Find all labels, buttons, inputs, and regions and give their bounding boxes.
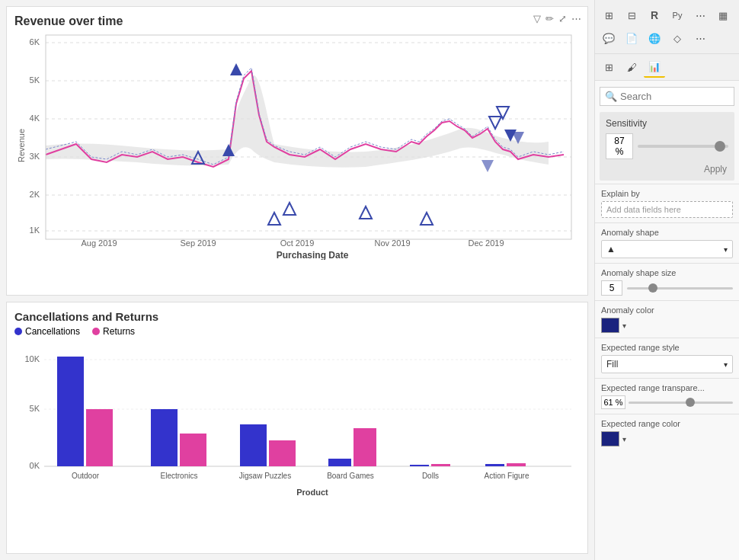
bar-jigsaw-cancellations <box>240 424 267 466</box>
svg-marker-17 <box>283 203 296 215</box>
icon-dia[interactable]: ◇ <box>667 27 688 49</box>
icon-grid[interactable]: ⊞ <box>598 5 619 26</box>
anomaly-shape-label: Anomaly shape <box>601 228 733 237</box>
anomaly-shape-size-row: 5 <box>601 280 733 296</box>
icon-table[interactable]: ⊟ <box>621 5 642 26</box>
search-icon: 🔍 <box>605 91 617 102</box>
sensitivity-value: 87 % <box>606 133 633 159</box>
svg-text:Dolls: Dolls <box>422 472 439 480</box>
icon-more-top[interactable]: ⋯ <box>689 5 711 26</box>
svg-text:Purchasing Date: Purchasing Date <box>277 250 349 260</box>
expected-range-style-section: Expected range style Fill ▾ <box>595 338 739 378</box>
chevron-down-icon2: ▾ <box>724 360 728 369</box>
explain-by-section: Explain by Add data fields here <box>595 184 739 222</box>
svg-text:1K: 1K <box>30 226 40 235</box>
bar-outdoor-cancellations <box>57 357 84 466</box>
apply-button[interactable]: Apply <box>606 164 728 174</box>
svg-text:Board Games: Board Games <box>327 472 374 480</box>
anomaly-color-label: Anomaly color <box>601 306 733 315</box>
bar-electronics-returns <box>180 434 206 466</box>
bar-boardgames-cancellations <box>328 459 351 466</box>
icon-py[interactable]: Py <box>667 5 688 26</box>
expected-range-color-box[interactable] <box>601 431 619 446</box>
anomaly-color-box[interactable] <box>601 318 619 333</box>
svg-text:Product: Product <box>296 488 328 497</box>
anomaly-shape-section: Anomaly shape ▲ ▾ <box>595 222 739 263</box>
bar-dolls-returns <box>431 464 450 466</box>
expected-range-transparency-value: 61 % <box>601 395 625 409</box>
svg-text:5K: 5K <box>30 404 40 413</box>
anomaly-shape-size-thumb <box>648 283 657 293</box>
icon-box[interactable]: ▦ <box>712 5 734 26</box>
bar-boardgames-returns <box>354 428 376 466</box>
anomaly-color-chevron[interactable]: ▾ <box>622 322 626 330</box>
explain-by-field[interactable]: Add data fields here <box>601 201 733 218</box>
svg-text:10K: 10K <box>24 354 40 363</box>
svg-text:5K: 5K <box>30 75 40 85</box>
search-box[interactable]: 🔍 <box>600 87 734 106</box>
search-input[interactable] <box>620 91 729 102</box>
anomaly-shape-value: ▲ <box>606 244 616 254</box>
filter-icon[interactable]: ▽ <box>533 13 541 24</box>
expected-range-transparency-slider[interactable] <box>629 402 733 404</box>
expected-range-transparency-label: Expected range transpare... <box>601 383 733 392</box>
line-chart-svg-area: 6K 5K 4K 3K 2K 1K Revenue <box>14 31 580 267</box>
icon-doc[interactable]: 📄 <box>621 27 642 49</box>
sensitivity-panel: Sensitivity 87 % Apply <box>600 112 734 181</box>
line-chart-container: Revenue over time ▽ ✏ ⤢ ⋯ 6K 5K 4K 3K 2K… <box>6 6 588 296</box>
icon-cal[interactable]: ⊞ <box>598 56 619 78</box>
sensitivity-slider[interactable] <box>638 145 728 148</box>
svg-text:Action Figure: Action Figure <box>485 472 529 480</box>
edit-icon[interactable]: ✏ <box>545 13 554 24</box>
svg-text:Sep 2019: Sep 2019 <box>180 238 216 248</box>
icon-more-top2[interactable]: ⋯ <box>689 27 711 49</box>
bar-electronics-cancellations <box>151 409 178 466</box>
bar-actionfigure-cancellations <box>485 464 504 466</box>
expand-icon[interactable]: ⤢ <box>558 13 567 24</box>
icon-r[interactable]: R <box>644 5 665 26</box>
anomaly-shape-dropdown[interactable]: ▲ ▾ <box>601 240 733 258</box>
expected-range-style-dropdown[interactable]: Fill ▾ <box>601 355 733 373</box>
expected-range-transparency-section: Expected range transpare... 61 % <box>595 378 739 414</box>
icon-brush[interactable]: 🖌 <box>621 56 642 78</box>
expected-range-transparency-thumb <box>686 398 695 407</box>
explain-by-label: Explain by <box>601 189 733 198</box>
svg-text:Aug 2019: Aug 2019 <box>81 238 117 248</box>
expected-range-transparency-row: 61 % <box>601 395 733 409</box>
svg-text:3K: 3K <box>30 152 40 161</box>
legend-label-returns: Returns <box>103 326 135 337</box>
sensitivity-slider-thumb <box>715 141 725 152</box>
svg-text:6K: 6K <box>30 37 40 46</box>
svg-text:Dec 2019: Dec 2019 <box>468 238 504 248</box>
bar-chart-legend: Cancellations Returns <box>14 326 580 337</box>
expected-range-color-section: Expected range color ▾ <box>595 414 739 451</box>
svg-text:Jigsaw Puzzles: Jigsaw Puzzles <box>239 472 291 480</box>
svg-text:Outdoor: Outdoor <box>72 472 100 480</box>
svg-marker-19 <box>421 213 433 225</box>
svg-text:Electronics: Electronics <box>161 472 198 480</box>
svg-marker-24 <box>481 160 494 172</box>
icon-analytics[interactable]: 📊 <box>644 56 665 78</box>
legend-returns: Returns <box>92 326 135 337</box>
legend-cancellations: Cancellations <box>14 326 80 337</box>
icon-chat[interactable]: 💬 <box>598 27 619 49</box>
legend-dot-returns <box>92 328 100 335</box>
more-icon[interactable]: ⋯ <box>571 13 581 24</box>
icon-map[interactable]: 🌐 <box>644 27 665 49</box>
svg-marker-13 <box>230 63 242 75</box>
anomaly-color-row: ▾ <box>601 318 733 333</box>
svg-marker-18 <box>360 206 372 219</box>
svg-text:2K: 2K <box>30 190 40 199</box>
expected-range-color-chevron[interactable]: ▾ <box>622 435 626 443</box>
expected-range-style-label: Expected range style <box>601 343 733 352</box>
bar-chart-svg-area: 10K 5K 0K <box>14 343 580 514</box>
anomaly-shape-size-value[interactable]: 5 <box>601 280 622 296</box>
svg-text:0K: 0K <box>30 461 40 470</box>
line-chart-title: Revenue over time <box>14 14 580 28</box>
expected-range-style-value: Fill <box>606 359 618 370</box>
anomaly-shape-size-slider[interactable] <box>627 287 733 290</box>
svg-text:Oct 2019: Oct 2019 <box>280 238 315 248</box>
expected-range-color-row: ▾ <box>601 431 733 446</box>
sensitivity-row: 87 % <box>606 133 728 159</box>
anomaly-shape-size-label: Anomaly shape size <box>601 268 733 277</box>
